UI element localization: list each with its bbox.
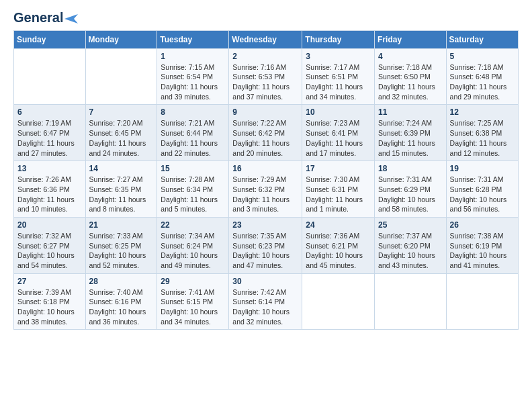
day-number: 3 bbox=[306, 52, 371, 61]
day-info: Sunrise: 7:16 AM Sunset: 6:53 PM Dayligh… bbox=[232, 62, 298, 102]
day-cell: 6Sunrise: 7:19 AM Sunset: 6:47 PM Daylig… bbox=[14, 105, 86, 161]
week-row-2: 6Sunrise: 7:19 AM Sunset: 6:47 PM Daylig… bbox=[14, 105, 519, 161]
day-cell: 29Sunrise: 7:41 AM Sunset: 6:15 PM Dayli… bbox=[157, 273, 229, 330]
day-number: 23 bbox=[232, 220, 298, 230]
day-cell: 14Sunrise: 7:27 AM Sunset: 6:35 PM Dayli… bbox=[85, 161, 157, 218]
day-cell: 30Sunrise: 7:42 AM Sunset: 6:14 PM Dayli… bbox=[229, 273, 302, 330]
day-cell: 16Sunrise: 7:29 AM Sunset: 6:32 PM Dayli… bbox=[229, 161, 302, 218]
day-number: 11 bbox=[378, 107, 443, 117]
day-info: Sunrise: 7:15 AM Sunset: 6:54 PM Dayligh… bbox=[161, 62, 225, 102]
day-number: 28 bbox=[89, 277, 154, 286]
day-cell: 19Sunrise: 7:31 AM Sunset: 6:28 PM Dayli… bbox=[446, 161, 518, 218]
day-info: Sunrise: 7:28 AM Sunset: 6:34 PM Dayligh… bbox=[161, 175, 225, 214]
day-number: 1 bbox=[161, 52, 225, 61]
page-header: General bbox=[13, 11, 519, 25]
day-info: Sunrise: 7:18 AM Sunset: 6:48 PM Dayligh… bbox=[450, 62, 515, 102]
svg-marker-0 bbox=[64, 14, 78, 24]
day-info: Sunrise: 7:37 AM Sunset: 6:20 PM Dayligh… bbox=[378, 231, 443, 271]
day-number: 16 bbox=[232, 164, 298, 173]
week-row-3: 13Sunrise: 7:26 AM Sunset: 6:36 PM Dayli… bbox=[14, 161, 519, 218]
day-cell: 17Sunrise: 7:30 AM Sunset: 6:31 PM Dayli… bbox=[302, 161, 375, 218]
day-cell: 13Sunrise: 7:26 AM Sunset: 6:36 PM Dayli… bbox=[14, 161, 86, 218]
day-info: Sunrise: 7:30 AM Sunset: 6:31 PM Dayligh… bbox=[306, 175, 371, 214]
day-cell: 28Sunrise: 7:40 AM Sunset: 6:16 PM Dayli… bbox=[85, 273, 157, 330]
day-cell bbox=[302, 273, 375, 330]
day-info: Sunrise: 7:29 AM Sunset: 6:32 PM Dayligh… bbox=[232, 175, 298, 214]
day-number: 20 bbox=[17, 220, 82, 230]
day-cell: 1Sunrise: 7:15 AM Sunset: 6:54 PM Daylig… bbox=[157, 48, 229, 105]
day-cell: 23Sunrise: 7:35 AM Sunset: 6:23 PM Dayli… bbox=[229, 217, 302, 273]
day-number: 17 bbox=[306, 164, 371, 173]
day-info: Sunrise: 7:34 AM Sunset: 6:24 PM Dayligh… bbox=[161, 231, 225, 271]
day-number: 5 bbox=[450, 52, 515, 61]
col-header-tuesday: Tuesday bbox=[157, 30, 229, 48]
day-cell: 22Sunrise: 7:34 AM Sunset: 6:24 PM Dayli… bbox=[157, 217, 229, 273]
day-cell: 9Sunrise: 7:22 AM Sunset: 6:42 PM Daylig… bbox=[229, 105, 302, 161]
day-info: Sunrise: 7:39 AM Sunset: 6:18 PM Dayligh… bbox=[17, 287, 82, 327]
day-number: 2 bbox=[232, 52, 298, 61]
day-number: 26 bbox=[450, 220, 515, 230]
week-row-5: 27Sunrise: 7:39 AM Sunset: 6:18 PM Dayli… bbox=[14, 273, 519, 330]
day-number: 10 bbox=[306, 107, 371, 117]
day-cell bbox=[446, 273, 518, 330]
day-cell: 18Sunrise: 7:31 AM Sunset: 6:29 PM Dayli… bbox=[375, 161, 447, 218]
day-info: Sunrise: 7:40 AM Sunset: 6:16 PM Dayligh… bbox=[89, 287, 154, 327]
day-info: Sunrise: 7:18 AM Sunset: 6:50 PM Dayligh… bbox=[378, 62, 443, 102]
day-number: 30 bbox=[232, 277, 298, 286]
col-header-friday: Friday bbox=[375, 30, 447, 48]
day-info: Sunrise: 7:41 AM Sunset: 6:15 PM Dayligh… bbox=[161, 287, 225, 327]
logo: General bbox=[13, 11, 78, 25]
day-info: Sunrise: 7:27 AM Sunset: 6:35 PM Dayligh… bbox=[89, 175, 154, 214]
day-info: Sunrise: 7:17 AM Sunset: 6:51 PM Dayligh… bbox=[306, 62, 371, 102]
day-number: 27 bbox=[17, 277, 82, 286]
day-number: 14 bbox=[89, 164, 154, 173]
week-row-1: 1Sunrise: 7:15 AM Sunset: 6:54 PM Daylig… bbox=[14, 48, 519, 105]
day-number: 9 bbox=[232, 107, 298, 117]
day-info: Sunrise: 7:20 AM Sunset: 6:45 PM Dayligh… bbox=[89, 118, 154, 158]
day-cell: 4Sunrise: 7:18 AM Sunset: 6:50 PM Daylig… bbox=[375, 48, 447, 105]
col-header-wednesday: Wednesday bbox=[229, 30, 302, 48]
day-cell bbox=[14, 48, 86, 105]
day-number: 4 bbox=[378, 52, 443, 61]
day-number: 12 bbox=[450, 107, 515, 117]
day-number: 21 bbox=[89, 220, 154, 230]
day-number: 24 bbox=[306, 220, 371, 230]
day-info: Sunrise: 7:25 AM Sunset: 6:38 PM Dayligh… bbox=[450, 118, 515, 158]
day-cell: 15Sunrise: 7:28 AM Sunset: 6:34 PM Dayli… bbox=[157, 161, 229, 218]
day-cell: 24Sunrise: 7:36 AM Sunset: 6:21 PM Dayli… bbox=[302, 217, 375, 273]
col-header-monday: Monday bbox=[85, 30, 157, 48]
week-row-4: 20Sunrise: 7:32 AM Sunset: 6:27 PM Dayli… bbox=[14, 217, 519, 273]
day-number: 22 bbox=[161, 220, 225, 230]
day-info: Sunrise: 7:35 AM Sunset: 6:23 PM Dayligh… bbox=[232, 231, 298, 271]
day-number: 8 bbox=[161, 107, 225, 117]
day-info: Sunrise: 7:21 AM Sunset: 6:44 PM Dayligh… bbox=[161, 118, 225, 158]
day-cell: 8Sunrise: 7:21 AM Sunset: 6:44 PM Daylig… bbox=[157, 105, 229, 161]
day-info: Sunrise: 7:31 AM Sunset: 6:28 PM Dayligh… bbox=[450, 175, 515, 214]
day-info: Sunrise: 7:42 AM Sunset: 6:14 PM Dayligh… bbox=[232, 287, 298, 327]
col-header-saturday: Saturday bbox=[446, 30, 518, 48]
day-info: Sunrise: 7:32 AM Sunset: 6:27 PM Dayligh… bbox=[17, 231, 82, 271]
day-cell: 2Sunrise: 7:16 AM Sunset: 6:53 PM Daylig… bbox=[229, 48, 302, 105]
day-info: Sunrise: 7:26 AM Sunset: 6:36 PM Dayligh… bbox=[17, 175, 82, 214]
day-info: Sunrise: 7:22 AM Sunset: 6:42 PM Dayligh… bbox=[232, 118, 298, 158]
day-number: 15 bbox=[161, 164, 225, 173]
day-number: 6 bbox=[17, 107, 82, 117]
day-cell: 27Sunrise: 7:39 AM Sunset: 6:18 PM Dayli… bbox=[14, 273, 86, 330]
day-number: 18 bbox=[378, 164, 443, 173]
day-cell bbox=[375, 273, 447, 330]
day-number: 25 bbox=[378, 220, 443, 230]
day-number: 7 bbox=[89, 107, 154, 117]
day-cell: 7Sunrise: 7:20 AM Sunset: 6:45 PM Daylig… bbox=[85, 105, 157, 161]
day-cell: 3Sunrise: 7:17 AM Sunset: 6:51 PM Daylig… bbox=[302, 48, 375, 105]
day-number: 19 bbox=[450, 164, 515, 173]
logo-general-text: General bbox=[13, 10, 63, 25]
day-cell bbox=[85, 48, 157, 105]
day-number: 13 bbox=[17, 164, 82, 173]
day-info: Sunrise: 7:24 AM Sunset: 6:39 PM Dayligh… bbox=[378, 118, 443, 158]
day-cell: 20Sunrise: 7:32 AM Sunset: 6:27 PM Dayli… bbox=[14, 217, 86, 273]
day-info: Sunrise: 7:33 AM Sunset: 6:25 PM Dayligh… bbox=[89, 231, 154, 271]
day-cell: 11Sunrise: 7:24 AM Sunset: 6:39 PM Dayli… bbox=[375, 105, 447, 161]
day-info: Sunrise: 7:38 AM Sunset: 6:19 PM Dayligh… bbox=[450, 231, 515, 271]
day-number: 29 bbox=[161, 277, 225, 286]
calendar-header: SundayMondayTuesdayWednesdayThursdayFrid… bbox=[14, 30, 519, 48]
